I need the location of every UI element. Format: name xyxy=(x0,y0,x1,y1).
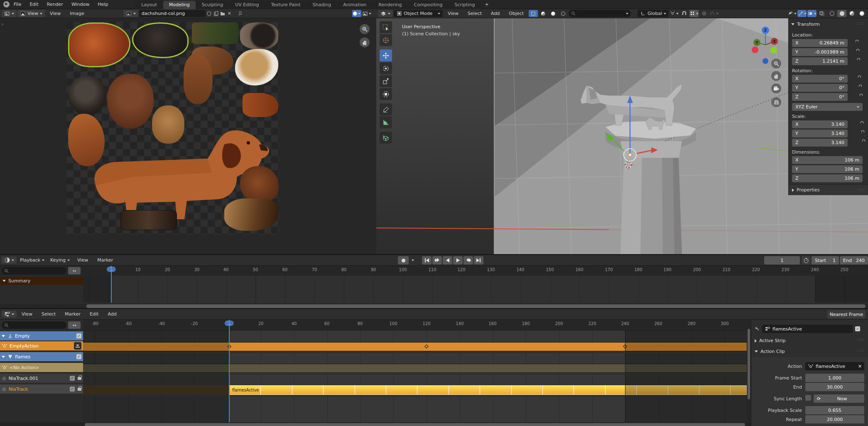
axis-x-ball[interactable]: X xyxy=(771,38,778,45)
tool-select-box[interactable] xyxy=(380,21,392,33)
tool-measure[interactable] xyxy=(380,116,392,128)
nla-vscrollbar-thumb[interactable] xyxy=(748,329,750,399)
mode-dropdown[interactable]: Object Mode xyxy=(394,10,443,17)
snap-mode-dropdown[interactable] xyxy=(689,10,699,17)
rotation-z-field[interactable]: Z0° xyxy=(792,93,848,101)
record-options-dropdown[interactable] xyxy=(409,256,416,264)
toolbar-collapse-arrow[interactable]: › xyxy=(2,22,3,27)
select-mode-lasso[interactable] xyxy=(549,10,558,17)
proportional-falloff-dropdown[interactable] xyxy=(709,10,718,17)
axis-z-ball[interactable]: Z xyxy=(762,27,769,34)
active-strip-panel-header[interactable]: Active Strip xyxy=(755,338,785,343)
nla-channel-empty[interactable]: Empty✓ xyxy=(0,331,83,340)
scale-z-field[interactable]: Z3.140 xyxy=(792,139,848,147)
menu-edit[interactable]: Edit xyxy=(25,2,42,7)
vp-menu-select[interactable]: Select xyxy=(463,11,486,16)
xray-toggle[interactable] xyxy=(817,10,826,17)
viewport-ortho-grid-button[interactable] xyxy=(771,97,781,107)
timeline-filter-button[interactable]: ↔ xyxy=(68,267,81,274)
timeline-menu-view[interactable]: View xyxy=(73,257,92,263)
prev-keyframe-button[interactable] xyxy=(432,256,442,264)
nla-menu-add[interactable]: Add xyxy=(103,311,120,317)
timeline-ruler[interactable]: ↔ 10203040506070809010011012013014015016… xyxy=(0,266,868,276)
nla-channel-flames[interactable]: flames✓ xyxy=(0,352,83,361)
viewport-search-input[interactable] xyxy=(569,10,631,17)
keying-dropdown[interactable]: Keying xyxy=(48,257,72,264)
axis-z-neg-ball[interactable] xyxy=(763,58,768,64)
image-mode-dropdown[interactable]: View xyxy=(17,10,45,17)
frame-start-value-field[interactable]: 1.000 xyxy=(805,374,864,382)
shading-wireframe-button[interactable] xyxy=(827,10,836,17)
repeat-field[interactable]: 20.000 xyxy=(805,415,864,424)
select-mode-tweak[interactable] xyxy=(529,10,538,17)
track-lock-icon[interactable] xyxy=(78,388,81,391)
nla-scrollbar-thumb[interactable] xyxy=(85,423,745,426)
action-field[interactable]: flamesActive✕ xyxy=(805,362,864,370)
nla-strip-area[interactable]: flamesActive xyxy=(83,331,747,422)
action-clip-panel-header[interactable]: Action Clip xyxy=(755,349,785,354)
sync-length-checkbox[interactable] xyxy=(805,395,811,401)
dimensions-z-field[interactable]: Z106 m xyxy=(792,174,863,182)
texture-canvas[interactable] xyxy=(66,22,279,235)
jump-to-end-button[interactable] xyxy=(474,256,483,264)
nla-channel-no-action[interactable]: <No Action> xyxy=(0,363,83,372)
frame-end-field[interactable]: End240 xyxy=(840,256,868,264)
workspace-tab[interactable]: Modeling xyxy=(163,1,196,9)
image-pan-hand-button[interactable] xyxy=(360,37,370,47)
channel-mute-checkbox[interactable]: ✓ xyxy=(76,333,81,338)
workspace-tab[interactable]: Rendering xyxy=(373,1,407,9)
select-mode-paint[interactable] xyxy=(559,10,568,17)
nla-snap-mode-dropdown[interactable]: Nearest Frame xyxy=(827,310,866,318)
viewport-editor-type-button[interactable] xyxy=(378,10,393,17)
shading-rendered-button[interactable] xyxy=(857,10,866,17)
workspace-tab[interactable]: Animation xyxy=(337,1,372,9)
pin-icon[interactable] xyxy=(238,11,243,17)
current-frame-field[interactable]: 1 xyxy=(764,256,800,264)
transform-panel-header[interactable]: Transform xyxy=(791,22,820,27)
scale-y-field[interactable]: Y3.140 xyxy=(792,130,848,137)
nla-filter-button[interactable]: ↔ xyxy=(68,321,81,329)
axis-y-ball[interactable]: Y xyxy=(753,39,760,46)
gizmos-toggle[interactable] xyxy=(797,10,807,17)
next-keyframe-button[interactable] xyxy=(463,256,473,264)
menu-window[interactable]: Window xyxy=(67,2,93,7)
axis-x-neg-ball[interactable] xyxy=(752,47,758,53)
nla-editor-type-button[interactable] xyxy=(2,311,17,318)
image-menu-view[interactable]: View xyxy=(46,11,65,16)
summary-channel[interactable]: Summary xyxy=(0,277,83,285)
playback-scale-field[interactable]: 0.655 xyxy=(805,406,864,414)
track-lock-icon[interactable] xyxy=(78,377,81,380)
back-arrow-icon[interactable] xyxy=(754,326,760,332)
axis-y-neg-ball[interactable] xyxy=(770,47,777,54)
strip-enable-checkbox[interactable]: ✓ xyxy=(855,326,860,331)
workspace-tab[interactable]: Scripting xyxy=(449,1,481,9)
workspace-tab[interactable]: Shading xyxy=(307,1,337,9)
jump-to-start-button[interactable] xyxy=(422,256,432,264)
action-pushdown-button[interactable] xyxy=(74,342,81,350)
image-zoom-button[interactable] xyxy=(360,24,370,34)
tool-cursor[interactable] xyxy=(380,34,392,46)
image-display-dropdown[interactable] xyxy=(362,10,371,17)
unlink-action-icon[interactable]: ✕ xyxy=(858,364,862,369)
image-browse-button[interactable] xyxy=(123,10,138,17)
timeline-editor-type-button[interactable] xyxy=(2,257,17,264)
end-value-field[interactable]: 30.000 xyxy=(805,383,864,391)
record-button[interactable] xyxy=(398,256,409,264)
viewport-3d[interactable]: User Perspective (1) Scene Collection | … xyxy=(376,18,868,254)
nla-playhead[interactable] xyxy=(229,320,230,422)
fake-user-shield-icon[interactable] xyxy=(206,11,212,17)
vp-menu-object[interactable]: Object xyxy=(505,11,528,16)
navigation-gizmo[interactable]: Z Y X xyxy=(748,22,790,63)
workspace-tab[interactable]: Sculpting xyxy=(196,1,229,9)
tool-move[interactable] xyxy=(380,49,392,61)
vp-menu-add[interactable]: Add xyxy=(487,11,504,16)
open-image-icon[interactable] xyxy=(220,11,226,17)
unlink-image-icon[interactable]: ✕ xyxy=(226,11,233,16)
nla-menu-select[interactable]: Select xyxy=(37,311,60,317)
add-workspace-button[interactable]: + xyxy=(481,2,493,7)
menu-file[interactable]: File xyxy=(10,2,25,7)
shading-solid-button[interactable] xyxy=(837,10,846,17)
location-z-field[interactable]: Z1.2141 m xyxy=(792,57,848,65)
snap-toggle[interactable] xyxy=(679,10,689,17)
vp-menu-view[interactable]: View xyxy=(444,11,463,16)
